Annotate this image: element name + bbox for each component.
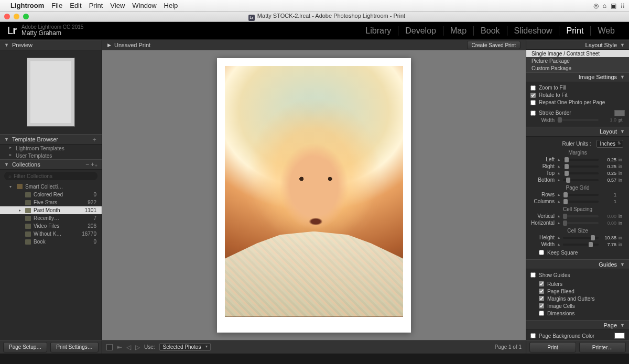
smart-collections-folder[interactable]: Smart Collecti… bbox=[0, 182, 102, 191]
reset-icon[interactable]: ▴ bbox=[557, 242, 561, 247]
reset-icon[interactable]: ▴ bbox=[557, 235, 561, 240]
guide-dimensions-checkbox[interactable]: Dimensions bbox=[530, 310, 625, 317]
template-folder[interactable]: Lightroom Templates bbox=[0, 145, 102, 152]
rotate-to-fit-checkbox[interactable]: Rotate to Fit bbox=[530, 92, 625, 99]
first-page-icon[interactable]: ⇤ bbox=[117, 344, 122, 351]
mac-app-name[interactable]: Lightroom bbox=[10, 2, 44, 9]
reset-icon[interactable]: ▴ bbox=[557, 171, 561, 175]
image-settings-header[interactable]: Image Settings▼ bbox=[526, 72, 629, 82]
window-titlebar: LrMatty STOCK-2.lrcat - Adobe Photoshop … bbox=[0, 12, 629, 22]
module-map[interactable]: Map bbox=[443, 26, 473, 36]
margins-slider[interactable]: Right▴0.25in bbox=[530, 163, 625, 170]
reset-icon[interactable]: ▴ bbox=[557, 199, 561, 204]
status-icon[interactable]: ⁞⁞ bbox=[621, 2, 625, 9]
pagegrid-slider[interactable]: Columns▴1 bbox=[530, 198, 625, 205]
smart-collection-icon bbox=[25, 192, 31, 197]
collection-row[interactable]: Recently…7 bbox=[0, 214, 102, 222]
right-panel: Layout Style▼ Single Image / Contact She… bbox=[526, 40, 629, 354]
pagegrid-slider[interactable]: Rows▴1 bbox=[530, 191, 625, 198]
menu-file[interactable]: File bbox=[51, 2, 62, 9]
print-canvas[interactable] bbox=[102, 50, 526, 340]
reset-icon[interactable]: ▴ bbox=[557, 157, 561, 162]
stroke-width-slider[interactable]: Width 1.0 pt bbox=[530, 117, 625, 124]
module-develop[interactable]: Develop bbox=[398, 26, 443, 36]
collection-row[interactable]: Without K…16770 bbox=[0, 230, 102, 238]
margins-slider[interactable]: Bottom▴0.57in bbox=[530, 177, 625, 183]
show-guides-checkbox[interactable]: Show Guides bbox=[530, 271, 625, 279]
collection-row[interactable]: Five Stars922 bbox=[0, 198, 102, 206]
menu-help[interactable]: Help bbox=[164, 2, 178, 9]
print-button[interactable]: Print bbox=[529, 342, 576, 352]
page-bg-checkbox[interactable]: Page Background Color bbox=[530, 332, 625, 339]
next-page-icon[interactable]: ▷ bbox=[135, 344, 140, 351]
disclosure-icon: ▼ bbox=[4, 42, 9, 48]
collections-header[interactable]: ▼ Collections − +₊ bbox=[0, 159, 102, 170]
margins-slider[interactable]: Top▴0.25in bbox=[530, 170, 625, 177]
layout-style-single[interactable]: Single Image / Contact Sheet bbox=[526, 50, 629, 57]
preview-panel-header[interactable]: ▼ Preview bbox=[0, 40, 102, 50]
collections-plus-icon[interactable]: +₊ bbox=[91, 161, 97, 168]
template-folder[interactable]: User Templates bbox=[0, 152, 102, 159]
collections-filter[interactable]: ⌕ Filter Collections bbox=[4, 172, 97, 180]
keep-square-checkbox[interactable]: Keep Square bbox=[530, 249, 625, 256]
document-title: Unsaved Print bbox=[114, 42, 150, 48]
collection-row[interactable]: Video Files206 bbox=[0, 222, 102, 230]
collections-minus-icon[interactable]: − bbox=[85, 161, 89, 168]
use-selector[interactable]: Selected Photos bbox=[159, 343, 211, 351]
menu-view[interactable]: View bbox=[110, 2, 125, 9]
stroke-border-checkbox[interactable]: Stroke Border bbox=[530, 109, 625, 117]
status-icon[interactable]: ⌂ bbox=[603, 2, 606, 9]
status-icon[interactable]: ◎ bbox=[593, 2, 599, 9]
collection-count: 1101 bbox=[83, 207, 96, 213]
layout-style-custom-package[interactable]: Custom Package bbox=[526, 65, 629, 72]
toolbar-checkbox[interactable] bbox=[106, 344, 113, 350]
page-indicator: Page 1 of 1 bbox=[495, 344, 522, 350]
collection-name: Book bbox=[34, 239, 91, 245]
zoom-to-fill-checkbox[interactable]: Zoom to Fill bbox=[530, 84, 625, 92]
page-bg-swatch[interactable] bbox=[614, 333, 625, 339]
collection-row[interactable]: Colored Red0 bbox=[0, 191, 102, 198]
guide-image-cells-checkbox[interactable]: Image Cells bbox=[530, 302, 625, 310]
reset-icon[interactable]: ▴ bbox=[557, 178, 561, 182]
layout-style-header[interactable]: Layout Style▼ bbox=[526, 40, 629, 50]
printer-button[interactable]: Printer… bbox=[579, 342, 626, 352]
guide-page-bleed-checkbox[interactable]: Page Bleed bbox=[530, 288, 625, 295]
stroke-color-swatch[interactable] bbox=[614, 110, 625, 116]
template-browser-header[interactable]: ▼ Template Browser ＋ bbox=[0, 134, 102, 145]
collection-row[interactable]: Past Month1101 bbox=[0, 206, 102, 214]
lightroom-logo: Lr bbox=[7, 25, 16, 37]
menu-print[interactable]: Print bbox=[89, 2, 103, 9]
collection-name: Five Stars bbox=[34, 200, 85, 205]
create-saved-print[interactable]: Create Saved Print bbox=[467, 41, 521, 49]
close-icon[interactable] bbox=[4, 14, 10, 19]
add-template-icon[interactable]: ＋ bbox=[91, 135, 97, 144]
module-library[interactable]: Library bbox=[359, 26, 398, 36]
ruler-units-select[interactable]: Inches bbox=[597, 140, 623, 148]
module-print[interactable]: Print bbox=[559, 26, 590, 36]
cellsize-slider[interactable]: Height▴10.88in bbox=[530, 234, 625, 241]
collection-row[interactable]: Book0 bbox=[0, 238, 102, 246]
prev-page-icon[interactable]: ◁ bbox=[126, 344, 131, 351]
module-slideshow[interactable]: Slideshow bbox=[507, 26, 559, 36]
status-icon[interactable]: ▣ bbox=[611, 2, 616, 9]
print-settings-button[interactable]: Print Settings… bbox=[50, 342, 98, 352]
reset-icon[interactable]: ▴ bbox=[557, 192, 561, 197]
reset-icon[interactable]: ▴ bbox=[557, 164, 561, 169]
cellsize-slider[interactable]: Width▴7.76in bbox=[530, 241, 625, 248]
menu-window[interactable]: Window bbox=[132, 2, 156, 9]
guide-rulers-checkbox[interactable]: Rulers bbox=[530, 280, 625, 288]
module-web[interactable]: Web bbox=[590, 26, 622, 36]
page-setup-button[interactable]: Page Setup… bbox=[3, 342, 47, 352]
menu-edit[interactable]: Edit bbox=[70, 2, 81, 9]
zoom-icon[interactable] bbox=[23, 14, 29, 19]
guides-header[interactable]: Guides▼ bbox=[526, 259, 629, 269]
layout-style-picture-package[interactable]: Picture Package bbox=[526, 57, 629, 64]
guide-margins-and-gutters-checkbox[interactable]: Margins and Gutters bbox=[530, 295, 625, 302]
page-header[interactable]: Page▼ bbox=[526, 320, 629, 330]
print-photo[interactable] bbox=[225, 66, 403, 317]
minimize-icon[interactable] bbox=[14, 14, 19, 19]
layout-header[interactable]: Layout▼ bbox=[526, 127, 629, 137]
module-book[interactable]: Book bbox=[473, 26, 506, 36]
repeat-photo-checkbox[interactable]: Repeat One Photo per Page bbox=[530, 99, 625, 106]
margins-slider[interactable]: Left▴0.25in bbox=[530, 156, 625, 163]
